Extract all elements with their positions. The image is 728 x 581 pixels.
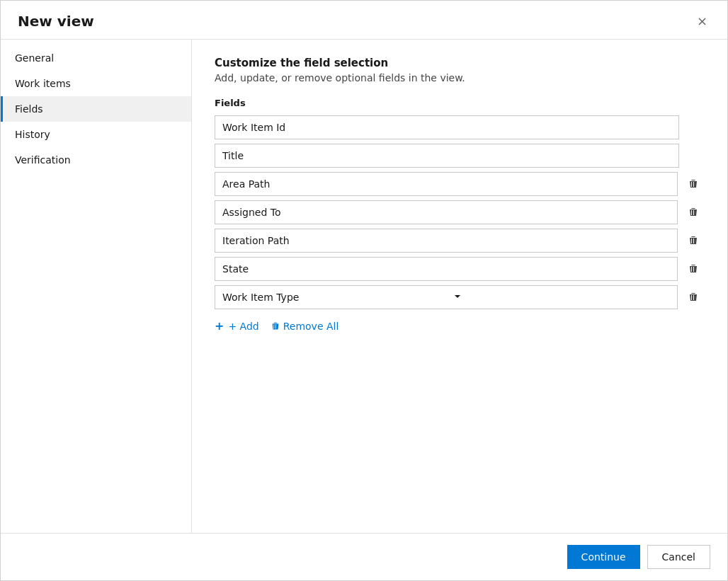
- field-dropdown-work-item-type[interactable]: Work Item Type: [215, 285, 678, 309]
- field-row-area-path: [215, 172, 705, 196]
- delete-assigned-to-button[interactable]: [682, 202, 705, 222]
- new-view-dialog: New view × General Work items Fields His…: [0, 0, 728, 581]
- delete-state-button[interactable]: [682, 259, 705, 279]
- delete-work-item-type-button[interactable]: [682, 287, 705, 307]
- trash-icon: [688, 292, 699, 303]
- plus-icon: +: [215, 321, 224, 332]
- remove-all-label: Remove All: [283, 321, 339, 332]
- main-content: Customize the field selection Add, updat…: [192, 40, 727, 533]
- add-field-button[interactable]: + + Add: [215, 318, 259, 335]
- sidebar-item-fields[interactable]: Fields: [1, 96, 191, 122]
- sidebar-item-label: Work items: [15, 78, 71, 89]
- field-dropdown-value: Work Item Type: [215, 292, 446, 303]
- field-input-state[interactable]: [215, 257, 678, 281]
- field-row-iteration-path: [215, 229, 705, 253]
- sidebar-item-work-items[interactable]: Work items: [1, 71, 191, 96]
- chevron-down-icon: [446, 292, 677, 303]
- delete-area-path-button[interactable]: [682, 174, 705, 194]
- field-row-state: [215, 257, 705, 281]
- cancel-button[interactable]: Cancel: [647, 545, 710, 569]
- sidebar-item-verification[interactable]: Verification: [1, 147, 191, 173]
- section-title: Customize the field selection: [215, 57, 705, 69]
- field-row-title: [215, 144, 705, 168]
- close-icon: ×: [697, 15, 707, 28]
- field-input-area-path[interactable]: [215, 172, 678, 196]
- sidebar: General Work items Fields History Verifi…: [1, 40, 192, 533]
- section-desc: Add, update, or remove optional fields i…: [215, 72, 705, 84]
- sidebar-item-history[interactable]: History: [1, 122, 191, 147]
- dialog-footer: Continue Cancel: [1, 533, 727, 580]
- sidebar-item-label: History: [15, 129, 50, 140]
- remove-all-button[interactable]: Remove All: [271, 318, 339, 335]
- sidebar-item-label: Fields: [15, 103, 43, 115]
- field-row-work-item-type: Work Item Type: [215, 285, 705, 309]
- add-label: + Add: [228, 321, 258, 332]
- trash-icon: [688, 207, 699, 218]
- trash-icon: [688, 235, 699, 246]
- sidebar-item-general[interactable]: General: [1, 45, 191, 71]
- close-button[interactable]: ×: [694, 12, 710, 30]
- field-input-title[interactable]: [215, 144, 679, 168]
- dialog-title: New view: [18, 13, 94, 30]
- field-input-assigned-to[interactable]: [215, 200, 678, 224]
- fields-label: Fields: [215, 98, 705, 108]
- continue-button[interactable]: Continue: [567, 545, 640, 569]
- field-input-iteration-path[interactable]: [215, 229, 678, 253]
- actions-row: + + Add Remove All: [215, 318, 705, 335]
- field-row-work-item-id: [215, 115, 705, 139]
- dialog-header: New view ×: [1, 1, 727, 40]
- remove-all-trash-icon: [271, 321, 280, 331]
- delete-iteration-path-button[interactable]: [682, 231, 705, 251]
- sidebar-item-label: Verification: [15, 154, 71, 166]
- trash-icon: [688, 263, 699, 275]
- field-input-work-item-id[interactable]: [215, 115, 679, 139]
- trash-icon: [688, 178, 699, 190]
- field-row-assigned-to: [215, 200, 705, 224]
- sidebar-item-label: General: [15, 52, 54, 64]
- dialog-body: General Work items Fields History Verifi…: [1, 40, 727, 533]
